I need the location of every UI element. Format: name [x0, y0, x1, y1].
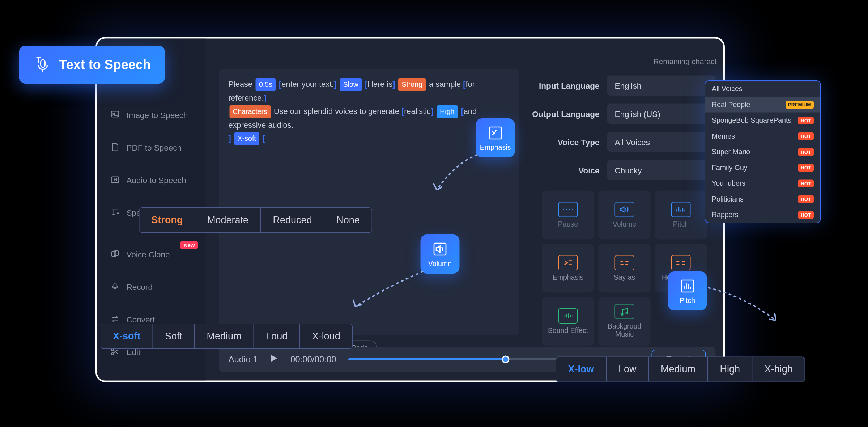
voice-select[interactable]: Chucky	[607, 160, 716, 180]
emphasis-tag[interactable]: Strong	[398, 78, 425, 91]
characters-tag[interactable]: Characters	[230, 105, 271, 118]
svg-point-8	[621, 313, 623, 315]
input-language-select[interactable]: English	[607, 75, 716, 96]
voice-menu-item[interactable]: Super MarioHOT	[705, 144, 820, 160]
clone-icon	[110, 249, 120, 259]
voice-menu-item[interactable]: PoliticiansHOT	[705, 191, 820, 207]
tool-background-music[interactable]: Backgroud Music	[599, 297, 651, 346]
volume-options: X-soft Soft Medium Loud X-loud	[101, 324, 353, 349]
audio-icon	[110, 175, 120, 185]
volume-opt-soft[interactable]: Soft	[153, 324, 195, 349]
tool-pause[interactable]: Pause	[542, 191, 594, 240]
speed-tag[interactable]: Slow	[340, 78, 362, 91]
volume-opt-xloud[interactable]: X-loud	[300, 324, 352, 349]
input-language-label: Input Language	[529, 81, 600, 90]
mic-icon	[110, 282, 120, 292]
sidebar-item-label: PDF to Speech	[127, 143, 182, 152]
tool-grid: Pause Volume Pitch Emphasis Say as Heter…	[542, 191, 707, 346]
voice-type-dropdown: All VoicesReal PeoplePREMIUMSpongeBob Sq…	[705, 80, 821, 223]
volume-opt-loud[interactable]: Loud	[254, 324, 300, 349]
volume-icon	[615, 202, 634, 217]
voice-menu-item[interactable]: RappersHOT	[705, 207, 820, 223]
new-badge: New	[180, 241, 198, 249]
sidebar-item-label: Record	[127, 282, 153, 291]
pitch-opt-xhigh[interactable]: X-high	[753, 357, 805, 382]
volume-card: Volumn	[421, 234, 460, 274]
audio-name: Audio 1	[229, 355, 258, 364]
mic-badge-icon	[33, 55, 52, 74]
pitch-opt-xlow[interactable]: X-low	[556, 357, 607, 382]
text-icon	[110, 207, 120, 217]
badge-title: Text to Speech	[59, 57, 151, 72]
text-editor[interactable]: Please 0.5s [enter your text.] Slow [Her…	[219, 69, 519, 335]
sidebar-item-label: Voice Clone	[127, 249, 170, 259]
convert-icon	[110, 314, 120, 324]
sidebar-item-pdf-to-speech[interactable]: PDF to Speech	[97, 131, 206, 164]
pitch-card-icon	[679, 278, 695, 294]
music-icon	[615, 304, 634, 319]
sidebar-item-audio-to-speech[interactable]: Audio to Speech	[97, 164, 206, 196]
voice-menu-item[interactable]: Real PeoplePREMIUM	[705, 97, 820, 113]
emphasis-card-icon	[487, 124, 503, 141]
svg-rect-2	[111, 177, 119, 183]
svg-rect-10	[41, 60, 45, 67]
tool-pitch[interactable]: Pitch	[655, 191, 707, 240]
voice-type-label: Voice Type	[529, 137, 600, 147]
voice-type-select[interactable]: All Voices	[607, 132, 716, 152]
svg-rect-5	[114, 283, 116, 287]
volume-tag[interactable]: X-soft	[234, 132, 259, 145]
voice-label: Voice	[529, 165, 600, 175]
divider	[107, 233, 196, 234]
remaining-characters-label: Remaining charact	[653, 57, 716, 66]
voice-menu-item[interactable]: Family GuyHOT	[705, 160, 820, 176]
tool-sound-effect[interactable]: Sound Effect	[542, 297, 594, 346]
voice-menu-item[interactable]: All Voices	[705, 81, 820, 97]
voice-menu-item[interactable]: MemesHOT	[705, 128, 820, 144]
sidebar-item-label: Convert	[127, 314, 155, 324]
say-as-icon	[615, 255, 634, 270]
image-icon	[110, 110, 120, 119]
sidebar-item-label: Image to Speech	[127, 110, 188, 119]
volume-card-icon	[432, 241, 448, 257]
pitch-card: Pitch	[668, 271, 707, 310]
output-language-label: Output Language	[529, 109, 600, 118]
volume-opt-xsoft[interactable]: X-soft	[101, 324, 153, 349]
tool-volume[interactable]: Volume	[599, 191, 651, 240]
sidebar-item-label: Audio to Speech	[127, 175, 186, 185]
pause-icon	[558, 202, 578, 217]
audio-time: 00:00/00:00	[290, 355, 336, 364]
emphasis-opt-none[interactable]: None	[324, 208, 372, 233]
sidebar-item-voice-clone[interactable]: Voice CloneNew	[97, 238, 206, 270]
play-button[interactable]	[270, 354, 278, 365]
emphasis-icon	[558, 255, 578, 270]
pitch-opt-high[interactable]: High	[708, 357, 753, 382]
pitch-icon	[671, 202, 691, 217]
sound-effect-icon	[558, 308, 578, 323]
pitch-opt-low[interactable]: Low	[607, 357, 649, 382]
tool-say-as[interactable]: Say as	[599, 244, 651, 293]
tool-emphasis[interactable]: Emphasis	[542, 244, 594, 293]
emphasis-opt-strong[interactable]: Strong	[140, 208, 196, 233]
volume-opt-medium[interactable]: Medium	[195, 324, 254, 349]
emphasis-opt-moderate[interactable]: Moderate	[195, 208, 261, 233]
voice-menu-item[interactable]: SpongeBob SquarePantsHOT	[705, 113, 820, 128]
pdf-icon	[110, 142, 120, 152]
voice-menu-item[interactable]: YouTubersHOT	[705, 176, 820, 191]
sidebar-item-image-to-speech[interactable]: Image to Speech	[97, 98, 206, 131]
emphasis-opt-reduced[interactable]: Reduced	[261, 208, 325, 233]
heteronyms-icon	[671, 255, 691, 270]
svg-point-9	[626, 312, 628, 314]
sidebar-item-record[interactable]: Record	[97, 270, 206, 303]
settings-panel: Input LanguageEnglish Output LanguageEng…	[529, 71, 716, 184]
emphasis-options: Strong Moderate Reduced None	[139, 207, 372, 233]
pause-tag[interactable]: 0.5s	[256, 78, 276, 91]
text-to-speech-badge: Text to Speech	[19, 46, 165, 84]
svg-rect-13	[681, 280, 693, 292]
emphasis-card: Emphasis	[476, 118, 515, 157]
pitch-tag[interactable]: High	[437, 105, 458, 118]
output-language-select[interactable]: English (US)	[607, 103, 716, 124]
pitch-opt-medium[interactable]: Medium	[649, 357, 708, 382]
pitch-options: X-low Low Medium High X-high	[556, 357, 805, 382]
